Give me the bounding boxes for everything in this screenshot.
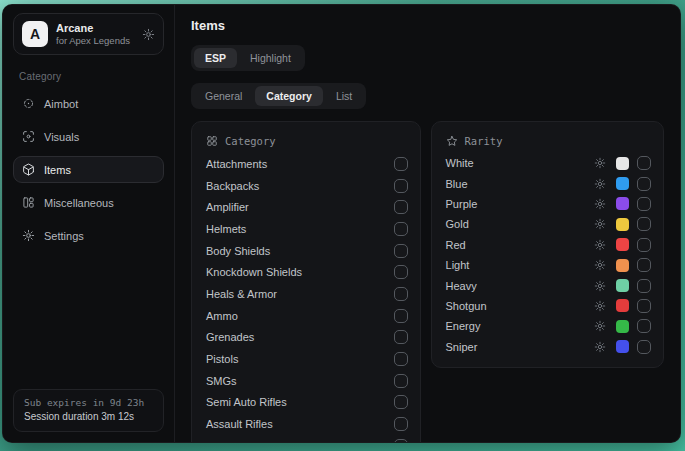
rarity-panel: Rarity White Blue (431, 121, 664, 368)
rarity-checkbox[interactable] (637, 279, 651, 293)
sidebar-section-label: Category (19, 71, 164, 82)
category-checkbox[interactable] (394, 417, 408, 431)
gear-icon[interactable] (594, 178, 606, 190)
category-panel-header: Category (206, 130, 408, 152)
gear-icon[interactable] (594, 239, 606, 251)
mode-toggle-option[interactable]: Highlight (239, 48, 302, 68)
category-checkbox[interactable] (394, 265, 408, 279)
category-checkbox[interactable] (394, 157, 408, 171)
rarity-color-swatch[interactable] (616, 197, 629, 210)
rarity-checkbox[interactable] (637, 197, 651, 211)
gear-icon[interactable] (142, 28, 155, 41)
sidebar-item[interactable]: Visuals (13, 123, 164, 150)
rarity-label: Shotgun (446, 300, 594, 312)
rarity-checkbox[interactable] (637, 258, 651, 272)
gear-icon[interactable] (594, 157, 606, 169)
rarity-color-swatch[interactable] (616, 340, 629, 353)
sidebar-item-icon (22, 196, 35, 209)
rarity-label: Gold (446, 218, 594, 230)
sub-expiry-text: Sub expires in 9d 23h (24, 396, 153, 410)
rarity-checkbox[interactable] (637, 299, 651, 313)
rarity-color-swatch[interactable] (616, 320, 629, 333)
rarity-color-swatch[interactable] (616, 299, 629, 312)
rarity-row: Heavy (446, 275, 651, 295)
category-row: Body Shields (206, 240, 408, 262)
category-label: Knockdown Shields (206, 266, 394, 278)
category-panel-title: Category (225, 135, 276, 147)
category-checkbox[interactable] (394, 330, 408, 344)
sidebar-item[interactable]: Miscellaneous (13, 189, 164, 216)
category-checkbox[interactable] (394, 200, 408, 214)
category-row: Heals & Armor (206, 283, 408, 305)
rarity-checkbox[interactable] (637, 340, 651, 354)
app-window: A Arcane for Apex Legends Category Aimbo… (2, 4, 681, 443)
sidebar-item-icon (22, 229, 35, 242)
rarity-checkbox[interactable] (637, 177, 651, 191)
category-checkbox[interactable] (394, 439, 408, 442)
sidebar-item[interactable]: Settings (13, 222, 164, 249)
gear-icon[interactable] (594, 198, 606, 210)
session-duration-text: Session duration 3m 12s (24, 410, 153, 424)
gear-icon[interactable] (594, 280, 606, 292)
category-row: Knockdown Shields (206, 261, 408, 283)
tab[interactable]: Category (255, 86, 323, 106)
rarity-row: Shotgun (446, 296, 651, 316)
rarity-color-swatch[interactable] (616, 157, 629, 170)
category-checkbox[interactable] (394, 374, 408, 388)
category-checkbox[interactable] (394, 179, 408, 193)
app-subtitle: for Apex Legends (56, 35, 134, 47)
category-label: Heals & Armor (206, 288, 394, 300)
category-label: Assault Rifles (206, 418, 394, 430)
rarity-row: White (446, 153, 651, 173)
rarity-label: Light (446, 259, 594, 271)
sidebar-item-icon (22, 97, 35, 110)
mode-toggle-option[interactable]: ESP (194, 48, 237, 68)
rarity-color-swatch[interactable] (616, 238, 629, 251)
rarity-checkbox[interactable] (637, 319, 651, 333)
category-checkbox[interactable] (394, 352, 408, 366)
rarity-row: Blue (446, 173, 651, 193)
brand-card: A Arcane for Apex Legends (13, 13, 164, 55)
sidebar-item[interactable]: Items (13, 156, 164, 183)
gear-icon[interactable] (594, 259, 606, 271)
gear-icon[interactable] (594, 300, 606, 312)
category-checkbox[interactable] (394, 395, 408, 409)
tab[interactable]: List (325, 86, 363, 106)
rarity-checkbox[interactable] (637, 238, 651, 252)
mode-toggle: ESPHighlight (191, 45, 305, 71)
rarity-label: Heavy (446, 280, 594, 292)
rarity-color-swatch[interactable] (616, 259, 629, 272)
category-label: Ammo (206, 310, 394, 322)
gear-icon[interactable] (594, 218, 606, 230)
rarity-color-swatch[interactable] (616, 218, 629, 231)
category-label: Pistols (206, 353, 394, 365)
tab[interactable]: General (194, 86, 253, 106)
main-content: Items ESPHighlight GeneralCategoryList C… (175, 5, 680, 442)
category-checkbox[interactable] (394, 244, 408, 258)
rarity-label: Sniper (446, 341, 594, 353)
rarity-checkbox[interactable] (637, 217, 651, 231)
rarity-row: Light (446, 255, 651, 275)
rarity-label: White (446, 157, 594, 169)
rarity-row: Red (446, 235, 651, 255)
tab-bar: GeneralCategoryList (191, 83, 366, 109)
sidebar-item-icon (22, 163, 35, 176)
category-label: Semi Auto Rifles (206, 396, 394, 408)
category-checkbox[interactable] (394, 309, 408, 323)
sidebar-nav: Aimbot Visuals Items Miscellaneous Setti… (13, 90, 164, 249)
rarity-row: Gold (446, 214, 651, 234)
rarity-color-swatch[interactable] (616, 177, 629, 190)
rarity-row: Energy (446, 316, 651, 336)
gear-icon[interactable] (594, 341, 606, 353)
sidebar-item[interactable]: Aimbot (13, 90, 164, 117)
rarity-list: White Blue (446, 153, 651, 357)
category-label: LMGs (206, 440, 394, 442)
rarity-color-swatch[interactable] (616, 279, 629, 292)
app-title: Arcane (56, 22, 134, 35)
gear-icon[interactable] (594, 320, 606, 332)
category-checkbox[interactable] (394, 222, 408, 236)
category-checkbox[interactable] (394, 287, 408, 301)
rarity-checkbox[interactable] (637, 156, 651, 170)
category-row: Helmets (206, 218, 408, 240)
rarity-row: Sniper (446, 337, 651, 357)
